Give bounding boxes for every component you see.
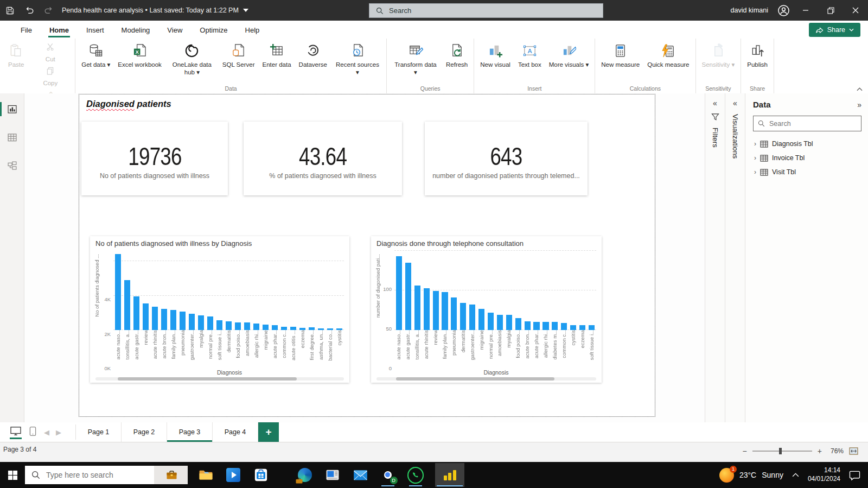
page-tab-page-3[interactable]: Page 3 — [167, 422, 213, 442]
bar[interactable] — [424, 288, 430, 330]
ribbon-button-onelake-data-hub[interactable]: OneLake data hub ▾ — [165, 39, 219, 78]
bar[interactable] — [124, 280, 130, 330]
bar[interactable] — [272, 325, 278, 330]
bar[interactable] — [579, 325, 585, 330]
model-view-button[interactable] — [3, 157, 21, 174]
page-tab-page-1[interactable]: Page 1 — [76, 422, 122, 442]
ribbon-tab-modeling[interactable]: Modeling — [113, 22, 159, 37]
bar[interactable] — [263, 325, 269, 330]
desktop-layout-button[interactable] — [10, 426, 22, 438]
ribbon-button-get-data[interactable]: Get data ▾ — [78, 39, 114, 69]
chart-scrollbar[interactable] — [376, 377, 596, 381]
close-button[interactable] — [843, 0, 868, 21]
ribbon-tab-file[interactable]: File — [12, 22, 41, 37]
bar[interactable] — [253, 324, 259, 330]
table-view-button[interactable] — [3, 129, 21, 145]
report-view-button[interactable] — [3, 101, 21, 117]
bar[interactable] — [542, 322, 548, 330]
whatsapp-icon[interactable] — [407, 463, 424, 487]
bar-chart-telephone-consultation[interactable]: Diagnosis done through telephone consult… — [371, 236, 602, 383]
zoom-level[interactable]: 76% — [831, 447, 844, 455]
expand-filters-icon[interactable]: « — [713, 99, 717, 107]
bar[interactable] — [515, 318, 521, 330]
ribbon-button-quick-measure[interactable]: Quick measure — [643, 39, 693, 69]
user-name[interactable]: david kimani — [731, 7, 768, 14]
save-icon[interactable] — [0, 0, 20, 21]
ribbon-tab-home[interactable]: Home — [41, 22, 78, 37]
ribbon-button-publish[interactable]: Publish — [743, 39, 771, 69]
bar[interactable] — [460, 303, 466, 330]
page-tab-page-4[interactable]: Page 4 — [213, 422, 258, 442]
kpi-card-diagnosed-percent[interactable]: 43.64 % of patients diagnosed with illne… — [244, 122, 402, 195]
visualizations-pane-label[interactable]: Visualizations — [731, 114, 739, 159]
ribbon-button-new-visual[interactable]: New visual — [476, 39, 514, 69]
system-clock[interactable]: 14:14 04/01/2024 — [808, 466, 840, 483]
kpi-card-diagnosed-count[interactable]: 19736 No of patients diagnosed with illn… — [81, 122, 228, 195]
bar[interactable] — [469, 305, 475, 330]
data-table-diagnosis-tbl[interactable]: ›Diagnosis Tbl — [745, 137, 868, 151]
bar[interactable] — [207, 316, 213, 330]
bar[interactable] — [152, 307, 158, 330]
bar[interactable] — [433, 291, 439, 330]
data-search-input[interactable] — [768, 119, 852, 128]
tray-chevron-up-icon[interactable] — [792, 473, 799, 477]
ribbon-button-cut[interactable]: Cut — [28, 42, 73, 63]
bar[interactable] — [525, 321, 531, 330]
bar[interactable] — [552, 322, 558, 330]
global-search-input[interactable] — [388, 6, 575, 15]
bar[interactable] — [405, 263, 411, 330]
kpi-card-telemedicine-count[interactable]: 643 number of diagonised patients throug… — [425, 122, 588, 195]
start-button[interactable] — [0, 462, 25, 488]
ribbon-button-recent-sources[interactable]: Recent sources ▾ — [331, 39, 384, 78]
chrome-icon[interactable]: D — [380, 463, 396, 487]
ribbon-button-more-visuals[interactable]: More visuals ▾ — [545, 39, 593, 69]
ribbon-button-paste[interactable]: Paste — [4, 39, 28, 69]
collapse-ribbon-icon[interactable] — [857, 87, 863, 91]
edge-browser-icon[interactable] — [297, 463, 313, 487]
bar[interactable] — [442, 292, 448, 330]
power-bi-icon[interactable] — [435, 463, 464, 487]
fit-to-page-icon[interactable] — [849, 447, 858, 455]
restore-button[interactable] — [818, 0, 843, 21]
bar[interactable] — [198, 315, 204, 330]
new-page-button[interactable]: + — [258, 422, 279, 442]
expand-table-icon[interactable]: › — [754, 154, 756, 162]
bar[interactable] — [143, 303, 149, 330]
bar[interactable] — [216, 320, 222, 330]
report-page[interactable]: Diagonised patients 19736 No of patients… — [79, 94, 655, 417]
bar[interactable] — [414, 286, 420, 330]
account-avatar-icon[interactable] — [774, 0, 793, 21]
data-search-box[interactable] — [753, 116, 861, 131]
zoom-out-button[interactable]: − — [743, 447, 747, 455]
ribbon-button-copy[interactable]: Copy — [28, 66, 73, 87]
ribbon-button-dataverse[interactable]: Dataverse — [295, 39, 331, 69]
bar[interactable] — [497, 315, 503, 330]
ribbon-button-sensitivity[interactable]: Sensitivity ▾ — [698, 39, 739, 69]
work-account-icon[interactable] — [154, 466, 188, 484]
data-table-visit-tbl[interactable]: ›Visit Tbl — [745, 165, 868, 179]
zoom-in-button[interactable]: + — [818, 447, 822, 455]
ribbon-button-refresh[interactable]: Refresh — [442, 39, 471, 69]
bar[interactable] — [244, 322, 250, 330]
page-tab-page-2[interactable]: Page 2 — [122, 422, 167, 442]
chart-scrollbar[interactable] — [95, 377, 344, 381]
undo-icon[interactable] — [20, 0, 39, 21]
taskbar-search-input[interactable] — [45, 470, 139, 480]
bar[interactable] — [226, 321, 232, 330]
bar[interactable] — [506, 315, 512, 330]
bar[interactable] — [396, 256, 402, 330]
bar[interactable] — [180, 312, 186, 330]
bar[interactable] — [133, 296, 139, 330]
bar[interactable] — [170, 310, 176, 330]
ribbon-tab-insert[interactable]: Insert — [78, 22, 113, 37]
ribbon-button-excel-workbook[interactable]: XExcel workbook — [114, 39, 165, 69]
mobile-layout-button[interactable] — [29, 426, 36, 439]
taskbar-search-box[interactable] — [25, 466, 188, 484]
filters-pane-label[interactable]: Filters — [711, 128, 719, 148]
bar[interactable] — [488, 313, 494, 330]
bar[interactable] — [533, 322, 539, 330]
ribbon-button-transform-data[interactable]: Transform data ▾ — [389, 39, 442, 78]
ribbon-tab-optimize[interactable]: Optimize — [191, 22, 236, 37]
ribbon-tab-help[interactable]: Help — [237, 22, 269, 37]
scrollbar-thumb[interactable] — [396, 377, 554, 381]
